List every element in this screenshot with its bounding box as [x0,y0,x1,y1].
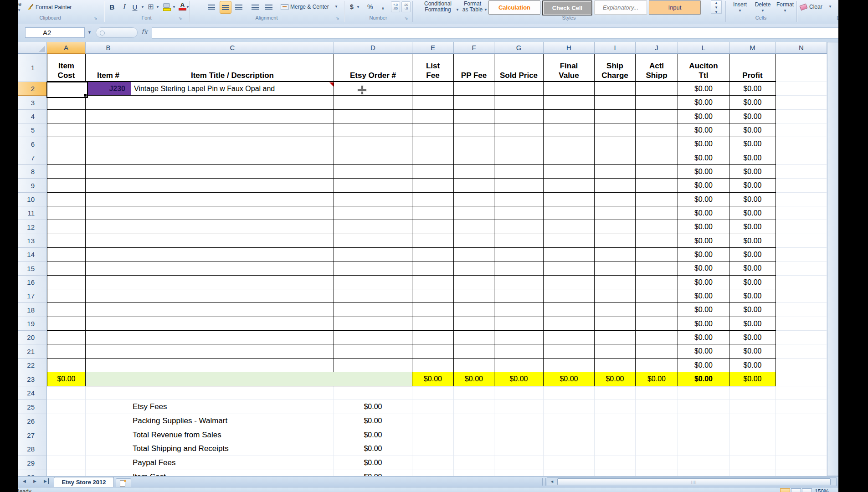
cell-B13[interactable] [86,234,131,248]
cell-J14[interactable] [636,248,678,261]
cell-E7[interactable] [412,151,454,165]
cell-E25[interactable] [412,400,454,414]
cell-E21[interactable] [412,344,454,359]
cell-C4[interactable] [131,110,334,123]
cell-G22[interactable] [494,359,544,372]
cell-A2[interactable] [46,82,88,98]
cell-E15[interactable] [412,261,454,276]
cell-G12[interactable] [494,220,544,234]
style-check-cell[interactable]: Check Cell [542,0,592,15]
cell-E10[interactable] [412,193,454,206]
cell-F4[interactable] [454,110,494,123]
cell-M12[interactable]: $0.00 [729,220,776,234]
cell-A18[interactable] [47,303,86,317]
format-painter-button[interactable]: Format Painter [36,4,72,10]
cell-E4[interactable] [412,110,454,123]
cell-G7[interactable] [494,151,544,165]
cell-I29[interactable] [595,456,636,470]
cell-B6[interactable] [86,137,131,151]
cell-A5[interactable] [47,123,86,137]
cell-I4[interactable] [595,110,636,123]
cell-J22[interactable] [636,359,678,372]
cell-M6[interactable]: $0.00 [729,137,776,151]
cell-N16[interactable] [776,276,827,289]
row-header-14[interactable]: 14 [18,248,47,261]
style-input[interactable]: Input [649,0,701,15]
cell-C18[interactable] [131,303,334,317]
cell-D3[interactable] [334,96,412,110]
cell-J17[interactable] [636,289,678,303]
cell-E29[interactable] [412,456,454,470]
cell-L7[interactable]: $0.00 [678,151,729,165]
cell-D16[interactable] [334,276,412,289]
col-header-F[interactable]: F [454,42,494,54]
cell-D27[interactable]: $0.00 [334,428,412,442]
cell-H1[interactable]: Final Value [544,54,595,82]
cell-B8[interactable] [86,165,131,179]
cell-A28[interactable] [47,442,86,456]
comma-format-button[interactable]: , [382,2,384,11]
cell-A26[interactable] [47,414,86,428]
cell-J2[interactable] [636,82,678,96]
cell-I28[interactable] [595,442,636,456]
row-header-20[interactable]: 20 [18,331,47,344]
cell-F12[interactable] [454,220,494,234]
borders-icon[interactable]: ⊞ [148,2,154,11]
cell-J21[interactable] [636,344,678,359]
cell-C7[interactable] [131,151,334,165]
conditional-formatting-caret-icon[interactable]: ▼ [456,8,459,12]
row-header-22[interactable]: 22 [18,359,47,372]
cell-H18[interactable] [544,303,595,317]
italic-button[interactable]: I [118,1,129,13]
cell-J29[interactable] [636,456,678,470]
alignment-dialog-launcher-icon[interactable]: ⇘ [336,16,339,20]
number-dialog-launcher-icon[interactable]: ⇘ [405,16,408,20]
cell-M17[interactable]: $0.00 [729,289,776,303]
bold-button[interactable]: B [107,1,118,13]
cell-D18[interactable] [334,303,412,317]
row-header-21[interactable]: 21 [18,344,47,359]
cell-C3[interactable] [131,96,334,110]
cell-E18[interactable] [412,303,454,317]
cell-F11[interactable] [454,206,494,220]
clear-button[interactable]: Clear [809,4,822,10]
cell-I14[interactable] [595,248,636,261]
row-header-27[interactable]: 27 [18,428,47,442]
cell-G24[interactable] [494,386,544,400]
cell-M13[interactable]: $0.00 [729,234,776,248]
cell-J23[interactable]: $0.00 [636,372,678,386]
cell-I20[interactable] [595,331,636,344]
cell-C25[interactable]: Etsy Fees [131,400,334,414]
row-header-26[interactable]: 26 [18,414,47,428]
cell-M3[interactable]: $0.00 [729,96,776,110]
cell-I10[interactable] [595,193,636,206]
cell-E12[interactable] [412,220,454,234]
cell-I9[interactable] [595,179,636,193]
cell-L18[interactable]: $0.00 [678,303,729,317]
cell-D14[interactable] [334,248,412,261]
cell-I18[interactable] [595,303,636,317]
cell-C5[interactable] [131,123,334,137]
cell-F15[interactable] [454,261,494,276]
cell-H9[interactable] [544,179,595,193]
cell-F27[interactable] [454,428,494,442]
cell-N24[interactable] [776,386,827,400]
row-header-13[interactable]: 13 [18,234,47,248]
styles-gallery-scroll-icon[interactable]: ▲▼▼ [711,0,722,14]
cell-H19[interactable] [544,317,595,331]
cell-F21[interactable] [454,344,494,359]
cell-C26[interactable]: Packing Supplies - Walmart [131,414,334,428]
cell-F22[interactable] [454,359,494,372]
cell-B28[interactable] [86,442,131,456]
cell-E6[interactable] [412,137,454,151]
cell-N6[interactable] [776,137,827,151]
cell-H17[interactable] [544,289,595,303]
cell-G25[interactable] [494,400,544,414]
cell-B9[interactable] [86,179,131,193]
row-header-28[interactable]: 28 [18,442,47,456]
cell-C14[interactable] [131,248,334,261]
currency-caret-icon[interactable]: ▼ [356,5,360,9]
cell-D24[interactable] [334,386,412,400]
cell-L14[interactable]: $0.00 [678,248,729,261]
cell-H11[interactable] [544,206,595,220]
